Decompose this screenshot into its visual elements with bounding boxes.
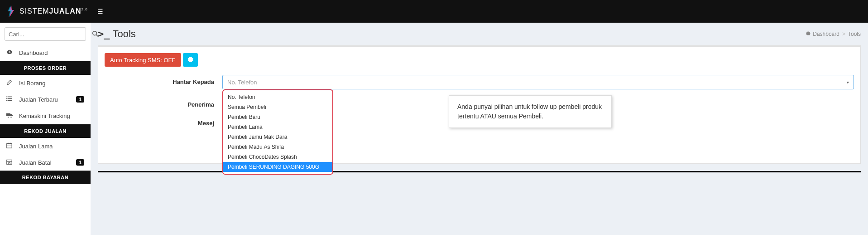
sidebar-item-label: Jualan Terbaru <box>19 96 58 103</box>
panel: Auto Tracking SMS: OFF Hantar Kepada No.… <box>98 45 861 164</box>
page-header: >_Tools Dashboard > Tools <box>98 28 861 40</box>
dashboard-icon <box>806 31 811 38</box>
svg-rect-4 <box>6 98 7 99</box>
dropdown-option[interactable]: Pembeli Madu As Shifa <box>223 142 332 152</box>
sidebar-item-isi-borang[interactable]: Isi Borang <box>0 75 91 91</box>
breadcrumb: Dashboard > Tools <box>806 31 861 38</box>
content: >_Tools Dashboard > Tools Auto Tracking … <box>91 23 868 235</box>
logo[interactable]: SISTEMJUALAN2.0 <box>0 5 91 17</box>
dropdown-option[interactable]: Pembeli Lama <box>223 122 332 132</box>
dropdown-option[interactable]: Pembeli Jamu Mak Dara <box>223 132 332 142</box>
search-box[interactable] <box>5 27 86 41</box>
page-title: >_Tools <box>98 28 136 40</box>
list-icon <box>6 96 15 103</box>
sidebar-item-label: Kemaskini Tracking <box>19 113 70 119</box>
logo-icon <box>7 5 16 17</box>
dashboard-icon <box>6 49 15 57</box>
cancel-icon <box>6 159 15 166</box>
svg-rect-3 <box>8 97 12 98</box>
svg-rect-12 <box>7 160 12 164</box>
label-penerima: Penerima <box>105 98 222 108</box>
label-hantar-kepada: Hantar Kepada <box>105 75 222 89</box>
sidebar-item-label: Dashboard <box>19 49 48 56</box>
sidebar-item-kemaskini-tracking[interactable]: Kemaskini Tracking <box>0 108 91 124</box>
dropdown-option[interactable]: Pembeli Baru <box>223 112 332 122</box>
badge: 1 <box>76 159 84 166</box>
chevron-down-icon: ▾ <box>847 80 849 85</box>
svg-rect-7 <box>8 100 12 101</box>
sidebar-item-jualan-terbaru[interactable]: Jualan Terbaru 1 <box>0 91 91 108</box>
sidebar-item-dashboard[interactable]: Dashboard <box>0 44 91 61</box>
settings-button[interactable] <box>183 53 198 67</box>
dropdown-option[interactable]: Pembeli ChocoDates Splash <box>223 152 332 162</box>
breadcrumb-dashboard[interactable]: Dashboard <box>813 31 839 37</box>
sidebar-item-jualan-lama[interactable]: Jualan Lama <box>0 138 91 154</box>
sidebar-item-jualan-batal[interactable]: Jualan Batal 1 <box>0 154 91 171</box>
topbar: SISTEMJUALAN2.0 ☰ <box>0 0 868 23</box>
edit-icon <box>6 79 15 87</box>
svg-rect-2 <box>6 97 7 98</box>
breadcrumb-current: Tools <box>848 31 861 37</box>
dropdown-option[interactable]: No. Telefon <box>223 92 332 102</box>
hamburger-icon[interactable]: ☰ <box>91 8 110 15</box>
truck-icon <box>6 112 15 120</box>
gear-icon <box>187 57 193 64</box>
toolbar: Auto Tracking SMS: OFF <box>105 53 854 67</box>
divider <box>98 171 861 172</box>
select-placeholder: No. Telefon <box>227 79 257 86</box>
auto-tracking-sms-button[interactable]: Auto Tracking SMS: OFF <box>105 53 181 67</box>
svg-rect-5 <box>8 98 12 99</box>
form-row-hantar: Hantar Kepada No. Telefon ▾ No. Telefon … <box>105 75 854 89</box>
label-mesej: Mesej <box>105 116 222 127</box>
sidebar-header-rekod-jualan: REKOD JUALAN <box>0 124 91 138</box>
hantar-kepada-select[interactable]: No. Telefon ▾ <box>222 75 854 89</box>
sidebar-item-label: Isi Borang <box>19 80 46 87</box>
calendar-icon <box>6 142 15 150</box>
hantar-kepada-dropdown: No. Telefon Semua Pembeli Pembeli Baru P… <box>222 89 333 175</box>
svg-rect-6 <box>6 100 7 101</box>
form-row-submit: Hantar <box>105 135 854 149</box>
sidebar: Dashboard PROSES ORDER Isi Borang Jualan… <box>0 23 91 235</box>
sidebar-item-label: Jualan Batal <box>19 159 52 166</box>
sidebar-header-proses: PROSES ORDER <box>0 61 91 75</box>
field-hantar-kepada: No. Telefon ▾ No. Telefon Semua Pembeli … <box>222 75 854 89</box>
sidebar-header-rekod-bayaran: REKOD BAYARAN <box>0 171 91 184</box>
svg-rect-8 <box>7 143 12 148</box>
help-tooltip: Anda punyai pilihan untuk follow up pemb… <box>449 95 612 128</box>
logo-text: SISTEMJUALAN2.0 <box>19 7 88 15</box>
dropdown-option[interactable]: Semua Pembeli <box>223 102 332 112</box>
sidebar-item-label: Jualan Lama <box>19 143 53 150</box>
dropdown-option[interactable]: Pembeli SERUNDING DAGING 500G <box>223 162 332 172</box>
search-input[interactable] <box>5 31 88 38</box>
breadcrumb-sep: > <box>842 31 845 37</box>
badge: 1 <box>76 96 84 103</box>
